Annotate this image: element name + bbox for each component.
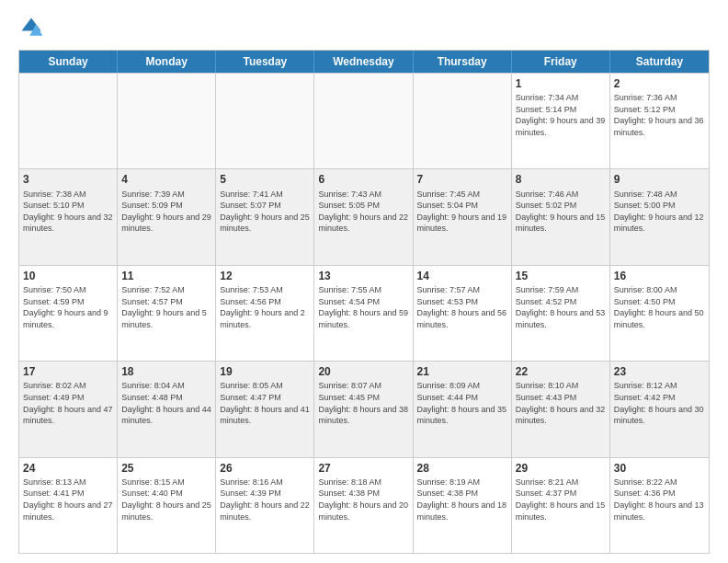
day-info: Sunrise: 7:36 AMSunset: 5:12 PMDaylight:…	[614, 92, 705, 138]
calendar-cell: 9Sunrise: 7:48 AMSunset: 5:00 PMDaylight…	[610, 169, 709, 264]
header-thursday: Thursday	[414, 51, 512, 73]
day-number: 7	[417, 172, 507, 187]
logo-icon	[18, 15, 44, 40]
day-number: 26	[220, 461, 310, 476]
calendar-row-1: 3Sunrise: 7:38 AMSunset: 5:10 PMDaylight…	[19, 168, 709, 264]
calendar-cell: 4Sunrise: 7:39 AMSunset: 5:09 PMDaylight…	[118, 169, 216, 264]
day-info: Sunrise: 8:02 AMSunset: 4:49 PMDaylight:…	[23, 380, 113, 426]
calendar-row-3: 17Sunrise: 8:02 AMSunset: 4:49 PMDayligh…	[19, 361, 709, 456]
day-info: Sunrise: 7:50 AMSunset: 4:59 PMDaylight:…	[23, 284, 113, 330]
header	[18, 15, 710, 40]
calendar-row-2: 10Sunrise: 7:50 AMSunset: 4:59 PMDayligh…	[19, 265, 709, 361]
calendar-cell: 15Sunrise: 7:59 AMSunset: 4:52 PMDayligh…	[512, 266, 610, 361]
calendar-cell: 14Sunrise: 7:57 AMSunset: 4:53 PMDayligh…	[414, 266, 512, 361]
logo	[18, 15, 48, 40]
day-info: Sunrise: 8:04 AMSunset: 4:48 PMDaylight:…	[121, 380, 211, 426]
calendar-cell: 7Sunrise: 7:45 AMSunset: 5:04 PMDaylight…	[414, 169, 512, 264]
day-info: Sunrise: 7:45 AMSunset: 5:04 PMDaylight:…	[417, 189, 507, 235]
calendar-header: Sunday Monday Tuesday Wednesday Thursday…	[19, 51, 709, 73]
day-number: 27	[318, 461, 408, 476]
day-number: 11	[121, 269, 211, 283]
page: Sunday Monday Tuesday Wednesday Thursday…	[0, 0, 728, 563]
calendar-cell: 8Sunrise: 7:46 AMSunset: 5:02 PMDaylight…	[512, 169, 610, 264]
calendar-cell: 5Sunrise: 7:41 AMSunset: 5:07 PMDaylight…	[216, 169, 314, 264]
calendar-row-0: 1Sunrise: 7:34 AMSunset: 5:14 PMDaylight…	[19, 73, 709, 168]
day-number: 10	[23, 269, 113, 283]
day-info: Sunrise: 7:48 AMSunset: 5:00 PMDaylight:…	[614, 189, 705, 235]
day-info: Sunrise: 8:15 AMSunset: 4:40 PMDaylight:…	[121, 477, 211, 523]
calendar-cell	[216, 74, 314, 168]
calendar-cell: 22Sunrise: 8:10 AMSunset: 4:43 PMDayligh…	[512, 362, 610, 456]
calendar-cell: 24Sunrise: 8:13 AMSunset: 4:41 PMDayligh…	[19, 458, 118, 553]
day-number: 8	[516, 172, 606, 187]
calendar-cell: 25Sunrise: 8:15 AMSunset: 4:40 PMDayligh…	[118, 458, 216, 553]
calendar-cell: 19Sunrise: 8:05 AMSunset: 4:47 PMDayligh…	[216, 362, 314, 456]
calendar-cell: 30Sunrise: 8:22 AMSunset: 4:36 PMDayligh…	[610, 458, 709, 553]
header-sunday: Sunday	[19, 51, 118, 73]
day-number: 21	[417, 364, 507, 379]
day-info: Sunrise: 8:09 AMSunset: 4:44 PMDaylight:…	[417, 380, 507, 426]
day-number: 22	[516, 364, 606, 379]
day-number: 17	[23, 364, 113, 379]
day-number: 12	[220, 269, 310, 283]
day-info: Sunrise: 7:57 AMSunset: 4:53 PMDaylight:…	[417, 284, 507, 330]
calendar-cell: 28Sunrise: 8:19 AMSunset: 4:38 PMDayligh…	[414, 458, 512, 553]
day-number: 24	[23, 461, 113, 476]
header-tuesday: Tuesday	[216, 51, 314, 73]
calendar-cell: 1Sunrise: 7:34 AMSunset: 5:14 PMDaylight…	[512, 74, 610, 168]
calendar-cell: 11Sunrise: 7:52 AMSunset: 4:57 PMDayligh…	[118, 266, 216, 361]
header-wednesday: Wednesday	[314, 51, 413, 73]
day-info: Sunrise: 7:41 AMSunset: 5:07 PMDaylight:…	[220, 189, 310, 235]
day-info: Sunrise: 7:52 AMSunset: 4:57 PMDaylight:…	[121, 284, 211, 330]
calendar-cell: 17Sunrise: 8:02 AMSunset: 4:49 PMDayligh…	[19, 362, 118, 456]
day-info: Sunrise: 8:00 AMSunset: 4:50 PMDaylight:…	[614, 284, 705, 330]
day-info: Sunrise: 8:07 AMSunset: 4:45 PMDaylight:…	[318, 380, 408, 426]
calendar-cell: 6Sunrise: 7:43 AMSunset: 5:05 PMDaylight…	[314, 169, 413, 264]
calendar-cell	[118, 74, 216, 168]
calendar-cell: 18Sunrise: 8:04 AMSunset: 4:48 PMDayligh…	[118, 362, 216, 456]
calendar-cell: 27Sunrise: 8:18 AMSunset: 4:38 PMDayligh…	[314, 458, 413, 553]
calendar-cell	[314, 74, 413, 168]
day-info: Sunrise: 8:19 AMSunset: 4:38 PMDaylight:…	[417, 477, 507, 523]
calendar-cell: 10Sunrise: 7:50 AMSunset: 4:59 PMDayligh…	[19, 266, 118, 361]
day-number: 5	[220, 172, 310, 187]
header-monday: Monday	[118, 51, 216, 73]
day-number: 14	[417, 269, 507, 283]
day-number: 28	[417, 461, 507, 476]
day-number: 19	[220, 364, 310, 379]
calendar-cell	[19, 74, 118, 168]
calendar-cell	[414, 74, 512, 168]
header-saturday: Saturday	[610, 51, 709, 73]
day-info: Sunrise: 8:10 AMSunset: 4:43 PMDaylight:…	[516, 380, 606, 426]
calendar-cell: 29Sunrise: 8:21 AMSunset: 4:37 PMDayligh…	[512, 458, 610, 553]
calendar-cell: 13Sunrise: 7:55 AMSunset: 4:54 PMDayligh…	[314, 266, 413, 361]
calendar-cell: 3Sunrise: 7:38 AMSunset: 5:10 PMDaylight…	[19, 169, 118, 264]
calendar-cell: 16Sunrise: 8:00 AMSunset: 4:50 PMDayligh…	[610, 266, 709, 361]
day-number: 30	[614, 461, 705, 476]
day-info: Sunrise: 7:38 AMSunset: 5:10 PMDaylight:…	[23, 189, 113, 235]
day-number: 16	[614, 269, 705, 283]
day-number: 25	[121, 461, 211, 476]
day-info: Sunrise: 8:22 AMSunset: 4:36 PMDaylight:…	[614, 477, 705, 523]
day-number: 6	[318, 172, 408, 187]
day-info: Sunrise: 8:16 AMSunset: 4:39 PMDaylight:…	[220, 477, 310, 523]
day-number: 20	[318, 364, 408, 379]
day-number: 2	[614, 76, 705, 91]
calendar-cell: 2Sunrise: 7:36 AMSunset: 5:12 PMDaylight…	[610, 74, 709, 168]
day-info: Sunrise: 7:53 AMSunset: 4:56 PMDaylight:…	[220, 284, 310, 330]
day-info: Sunrise: 8:13 AMSunset: 4:41 PMDaylight:…	[23, 477, 113, 523]
day-number: 23	[614, 364, 705, 379]
calendar-cell: 26Sunrise: 8:16 AMSunset: 4:39 PMDayligh…	[216, 458, 314, 553]
day-number: 13	[318, 269, 408, 283]
day-info: Sunrise: 8:05 AMSunset: 4:47 PMDaylight:…	[220, 380, 310, 426]
day-number: 1	[516, 76, 606, 91]
day-number: 3	[23, 172, 113, 187]
day-info: Sunrise: 8:21 AMSunset: 4:37 PMDaylight:…	[516, 477, 606, 523]
day-info: Sunrise: 7:59 AMSunset: 4:52 PMDaylight:…	[516, 284, 606, 330]
day-info: Sunrise: 7:39 AMSunset: 5:09 PMDaylight:…	[121, 189, 211, 235]
day-number: 18	[121, 364, 211, 379]
header-friday: Friday	[512, 51, 610, 73]
calendar-cell: 23Sunrise: 8:12 AMSunset: 4:42 PMDayligh…	[610, 362, 709, 456]
calendar-cell: 12Sunrise: 7:53 AMSunset: 4:56 PMDayligh…	[216, 266, 314, 361]
day-info: Sunrise: 7:34 AMSunset: 5:14 PMDaylight:…	[516, 92, 606, 138]
